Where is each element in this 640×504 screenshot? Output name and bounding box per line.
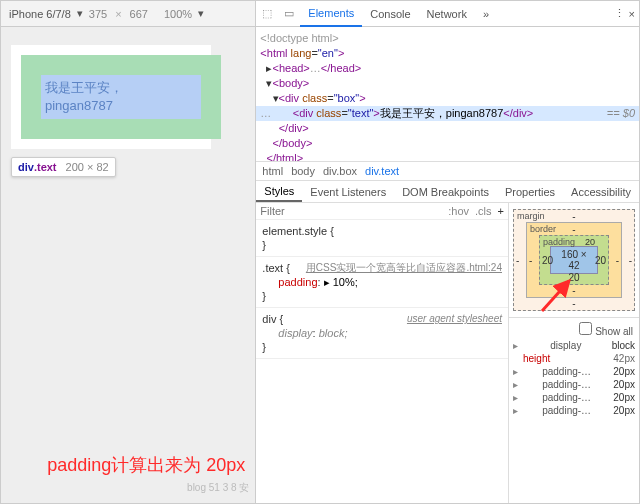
subtab-event[interactable]: Event Listeners bbox=[302, 181, 394, 202]
styles-subtabs: Styles Event Listeners DOM Breakpoints P… bbox=[256, 181, 639, 203]
subtab-a11y[interactable]: Accessibility bbox=[563, 181, 639, 202]
devtools-toolbar: ⬚ ▭ Elements Console Network » ⋮ × bbox=[256, 1, 639, 27]
subtab-dom[interactable]: DOM Breakpoints bbox=[394, 181, 497, 202]
inspect-icon[interactable]: ⬚ bbox=[256, 7, 278, 20]
rendered-box[interactable]: 我是王平安， pingan8787 bbox=[21, 55, 221, 139]
subtab-styles[interactable]: Styles bbox=[256, 181, 302, 202]
element-tooltip: div.text 200 × 82 bbox=[11, 157, 116, 177]
source-link[interactable]: 用CSS实现一个宽高等比自适应容器.html:24 bbox=[306, 261, 502, 275]
cls-toggle[interactable]: .cls bbox=[475, 205, 492, 217]
selected-node[interactable]: … <div class="text">我是王平安，pingan8787</di… bbox=[256, 106, 639, 121]
device-height: 667 bbox=[130, 8, 148, 20]
computed-pane[interactable]: Show all displayblock height42px padding… bbox=[509, 317, 639, 419]
show-all-toggle[interactable]: Show all bbox=[579, 326, 633, 337]
annotation-arrow bbox=[537, 273, 577, 313]
watermark: blog 51 3 8 安 bbox=[187, 481, 249, 495]
device-width: 375 bbox=[89, 8, 107, 20]
breadcrumb[interactable]: html body div.box div.text bbox=[256, 161, 639, 181]
new-rule-icon[interactable]: + bbox=[498, 205, 504, 217]
elements-tree[interactable]: <!doctype html> <html lang="en"> ▸<head>… bbox=[256, 27, 639, 161]
hov-toggle[interactable]: :hov bbox=[448, 205, 469, 217]
annotation-text: padding计算出来为 20px bbox=[47, 453, 245, 477]
device-toolbar: iPhone 6/7/8 ▾ 375 × 667 100% ▾ bbox=[1, 1, 255, 27]
tab-console[interactable]: Console bbox=[362, 1, 418, 27]
tab-elements[interactable]: Elements bbox=[300, 1, 362, 27]
styles-pane[interactable]: :hov .cls + element.style { } 用CSS实现一个宽高… bbox=[256, 203, 509, 503]
rendered-text[interactable]: 我是王平安， pingan8787 bbox=[41, 75, 201, 119]
device-preview: 我是王平安， pingan8787 div.text 200 × 82 padd… bbox=[1, 27, 255, 503]
svg-line-0 bbox=[542, 281, 569, 311]
box-model[interactable]: margin - - - - border - - - - padding2 bbox=[509, 203, 639, 317]
tab-more[interactable]: » bbox=[475, 1, 497, 27]
more-icon[interactable]: ⋮ bbox=[614, 7, 625, 20]
device-zoom[interactable]: 100% bbox=[164, 8, 192, 20]
subtab-props[interactable]: Properties bbox=[497, 181, 563, 202]
tab-network[interactable]: Network bbox=[419, 1, 475, 27]
device-mode-icon[interactable]: ▭ bbox=[278, 7, 300, 20]
close-icon[interactable]: × bbox=[629, 8, 635, 20]
styles-filter[interactable] bbox=[260, 205, 442, 217]
device-select[interactable]: iPhone 6/7/8 bbox=[9, 8, 71, 20]
